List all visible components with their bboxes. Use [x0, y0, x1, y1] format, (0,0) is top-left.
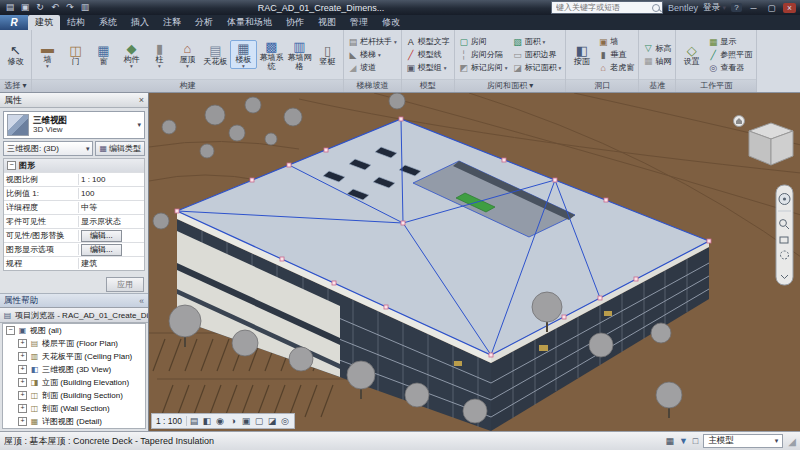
tree-item-0[interactable]: −▣视图 (all): [3, 324, 145, 337]
tab-插入[interactable]: 插入: [124, 15, 156, 30]
tool-model-line[interactable]: ╱模型线: [404, 48, 452, 61]
minimize-button[interactable]: ─: [747, 3, 760, 13]
properties-help-bar[interactable]: 属性帮助 «: [0, 293, 148, 307]
tool-area-boundary[interactable]: ▭面积边界: [511, 48, 564, 61]
tool-show-workplane[interactable]: ▦显示: [706, 35, 754, 48]
application-menu-button[interactable]: R: [0, 15, 28, 30]
tool-tag-area[interactable]: ◪标记面积▾: [511, 61, 564, 74]
tool-wall-opening[interactable]: ▣墙: [596, 35, 636, 48]
drawing-area[interactable]: 1 : 100 ▤◧◉◑▣▢◪◎: [149, 93, 800, 431]
type-selector[interactable]: 三维视图 3D View ▾: [3, 111, 145, 139]
tool-roof[interactable]: ⌂屋顶▾: [174, 40, 201, 70]
tab-注释[interactable]: 注释: [156, 15, 188, 30]
visual-style-icon[interactable]: ◧: [201, 416, 213, 426]
temporary-hide-icon[interactable]: ◪: [266, 416, 278, 426]
detail-level-icon[interactable]: ▤: [188, 416, 200, 426]
tree-item-2[interactable]: +▥天花板平面 (Ceiling Plan): [3, 350, 145, 363]
tool-level[interactable]: ▽标高: [641, 42, 673, 55]
property-value[interactable]: 100: [79, 189, 144, 198]
tab-建筑[interactable]: 建筑: [28, 15, 60, 30]
tab-协作[interactable]: 协作: [279, 15, 311, 30]
tab-体量和场地[interactable]: 体量和场地: [220, 15, 279, 30]
tool-opening-by-face[interactable]: ◧按面: [568, 42, 595, 67]
reveal-hidden-icon[interactable]: ◎: [279, 416, 291, 426]
edit-type-button[interactable]: ▦ 编辑类型: [95, 141, 145, 156]
tool-curtain-grid[interactable]: ▥幕墙网格: [286, 38, 313, 71]
tool-dormer[interactable]: ⌂老虎窗: [596, 61, 636, 74]
navigation-bar[interactable]: [776, 185, 793, 285]
tool-tag-room[interactable]: ◩标记房间▾: [457, 61, 510, 74]
expand-icon[interactable]: +: [18, 404, 27, 413]
edit-button[interactable]: 编辑...: [81, 230, 122, 242]
tool-vertical-opening[interactable]: ▮垂直: [596, 48, 636, 61]
select-toggle-icon[interactable]: □: [693, 436, 698, 446]
tree-item-6[interactable]: +◫剖面 (Wall Section): [3, 402, 145, 415]
save-icon[interactable]: ▣: [19, 1, 31, 14]
tab-结构[interactable]: 结构: [60, 15, 92, 30]
tool-railing[interactable]: ▤栏杆扶手▾: [346, 35, 399, 48]
tab-分析[interactable]: 分析: [188, 15, 220, 30]
resize-grip-icon[interactable]: ◢: [788, 436, 796, 447]
tool-room[interactable]: ▢房间: [457, 35, 510, 48]
tool-room-separator[interactable]: ╎房间分隔: [457, 48, 510, 61]
expand-icon[interactable]: +: [18, 352, 27, 361]
tool-ref-plane[interactable]: ╱参照平面: [706, 48, 754, 61]
signin-button[interactable]: 登录 ▾: [703, 2, 726, 14]
instance-selector-dropdown[interactable]: 三维视图: (3D) ▾: [3, 141, 93, 156]
crop-region-icon[interactable]: ▢: [253, 416, 265, 426]
tool-viewer[interactable]: ◎查看器: [706, 61, 754, 74]
tab-修改[interactable]: 修改: [375, 15, 407, 30]
tool-floor[interactable]: ▦楼板▾: [230, 40, 257, 70]
tool-wall[interactable]: ▬墙▾: [34, 40, 61, 70]
tool-model-text[interactable]: A模型文字: [404, 35, 452, 48]
collapse-icon[interactable]: −: [7, 161, 16, 170]
tree-item-5[interactable]: +◫剖面 (Building Section): [3, 389, 145, 402]
close-icon[interactable]: ×: [139, 95, 144, 105]
apply-button[interactable]: 应用: [106, 277, 144, 292]
tool-ceiling[interactable]: ▤天花板: [202, 42, 229, 67]
tool-stair[interactable]: ◣楼梯▾: [346, 48, 399, 61]
print-icon[interactable]: ▥: [79, 1, 91, 14]
sun-path-icon[interactable]: ◉: [214, 416, 226, 426]
collapse-icon[interactable]: −: [6, 326, 15, 335]
shadows-icon[interactable]: ◑: [227, 416, 239, 426]
tree-item-1[interactable]: +▤楼层平面 (Floor Plan): [3, 337, 145, 350]
tool-component[interactable]: ◆构件▾: [118, 40, 145, 70]
property-value[interactable]: 1 : 100: [79, 175, 144, 184]
tree-item-7[interactable]: +▦详图视图 (Detail): [3, 415, 145, 428]
tab-视图[interactable]: 视图: [311, 15, 343, 30]
help-button[interactable]: ?: [731, 3, 742, 12]
tool-curtain-system[interactable]: ▩幕墙系统: [258, 38, 285, 71]
search-input[interactable]: [554, 2, 650, 14]
tool-ramp[interactable]: ◢坡道: [346, 61, 399, 74]
tool-grid[interactable]: ▦轴网: [641, 55, 673, 68]
group-header-graphics[interactable]: − 图形: [4, 159, 144, 172]
design-option-dropdown[interactable]: 主模型 ▾: [703, 434, 783, 448]
tool-door[interactable]: ◫门: [62, 42, 89, 67]
tool-model-group[interactable]: ▣模型组▾: [404, 61, 452, 74]
expand-icon[interactable]: +: [18, 417, 27, 426]
worksets-icon[interactable]: ▦: [665, 436, 674, 446]
close-button[interactable]: ×: [783, 3, 796, 13]
tool-set-workplane[interactable]: ◇设置: [678, 42, 705, 67]
expand-icon[interactable]: +: [18, 378, 27, 387]
undo-icon[interactable]: ↶: [49, 1, 61, 14]
property-value[interactable]: 建筑: [79, 258, 144, 269]
tree-item-8[interactable]: +▧面积平面 (Gross Building): [3, 428, 145, 429]
edit-button[interactable]: 编辑...: [81, 244, 122, 256]
tool-area[interactable]: ▧面积▾: [511, 35, 564, 48]
expand-icon[interactable]: +: [18, 365, 27, 374]
tool-window[interactable]: ▦窗: [90, 42, 117, 67]
maximize-button[interactable]: ▢: [765, 3, 778, 13]
crop-view-icon[interactable]: ▣: [240, 416, 252, 426]
sync-icon[interactable]: ↻: [34, 1, 46, 14]
tree-item-4[interactable]: +◨立面 (Building Elevation): [3, 376, 145, 389]
tab-管理[interactable]: 管理: [343, 15, 375, 30]
tab-系统[interactable]: 系统: [92, 15, 124, 30]
property-value[interactable]: 显示原状态: [79, 216, 144, 227]
tree-item-3[interactable]: +◧三维视图 (3D View): [3, 363, 145, 376]
expand-icon[interactable]: +: [18, 391, 27, 400]
search-box[interactable]: [551, 1, 663, 14]
open-icon[interactable]: ▤: [4, 1, 16, 14]
view-scale-button[interactable]: 1 : 100: [155, 416, 187, 426]
